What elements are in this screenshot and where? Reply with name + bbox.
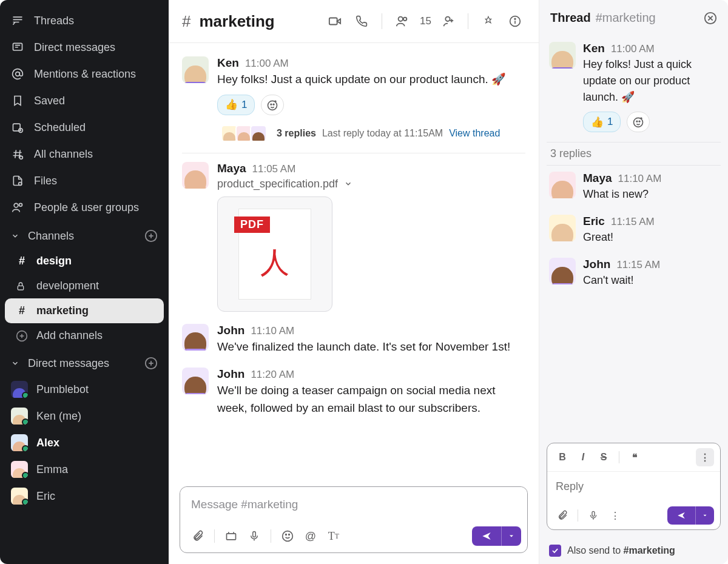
avatar[interactable] — [549, 258, 576, 284]
more-format-icon[interactable]: ⋮ — [696, 448, 714, 466]
emoji-icon[interactable] — [277, 526, 298, 546]
members-icon[interactable] — [392, 11, 413, 32]
add-channels-item[interactable]: Add channels — [5, 323, 164, 348]
svg-point-27 — [514, 18, 516, 19]
format-icon[interactable]: TT — [323, 526, 344, 546]
avatar — [11, 434, 28, 451]
send-button[interactable] — [472, 526, 521, 546]
svg-point-36 — [286, 534, 287, 535]
avatar[interactable] — [182, 162, 209, 189]
channel-label: development — [36, 280, 99, 292]
message-author[interactable]: John — [583, 258, 610, 271]
message-author[interactable]: Ken — [217, 56, 239, 70]
sidebar-nav-files[interactable]: Files — [0, 167, 169, 194]
svg-rect-47 — [592, 511, 595, 516]
dm-item-alex[interactable]: Alex — [0, 429, 169, 456]
hash-icon: # — [182, 12, 190, 31]
svg-point-44 — [639, 121, 641, 122]
sidebar-nav-all-channels[interactable]: All channels — [0, 141, 169, 167]
audio-call-icon[interactable] — [351, 11, 372, 32]
avatar[interactable] — [549, 215, 576, 241]
reaction-chip[interactable]: 👍1 — [583, 112, 621, 132]
attach-icon[interactable] — [553, 506, 571, 525]
avatar[interactable] — [182, 324, 209, 351]
also-send-row[interactable]: Also send to #marketing — [539, 537, 728, 564]
reaction-chip[interactable]: 👍1 — [217, 95, 255, 115]
avatar — [11, 408, 28, 425]
message-author[interactable]: Eric — [583, 215, 605, 228]
dm-item-emma[interactable]: Emma — [0, 456, 169, 483]
message-author[interactable]: Ken — [583, 42, 605, 55]
thread-title: Thread — [550, 11, 591, 25]
bold-icon[interactable]: B — [553, 448, 571, 466]
actions-icon[interactable] — [221, 526, 241, 546]
nav-icon — [11, 201, 24, 214]
svg-point-4 — [19, 156, 22, 159]
italic-icon[interactable]: I — [574, 448, 592, 466]
message-time: 11:10 AM — [251, 325, 294, 337]
message-time: 11:15 AM — [611, 216, 655, 228]
video-call-icon[interactable] — [325, 11, 345, 32]
mention-icon[interactable]: @ — [300, 526, 321, 546]
message-author[interactable]: Maya — [583, 172, 612, 185]
quote-icon[interactable]: ❝ — [625, 448, 644, 466]
thread-reply-input[interactable] — [547, 472, 720, 502]
message-list[interactable]: Ken11:00 AMHey folks! Just a quick updat… — [169, 43, 539, 480]
sidebar-nav-saved[interactable]: Saved — [0, 87, 169, 114]
thread-summary[interactable]: 3 repliesLast reply today at 11:15AMView… — [182, 119, 525, 153]
sidebar-nav-direct-messages[interactable]: Direct messages — [0, 34, 169, 61]
nav-icon — [11, 14, 24, 27]
message-author[interactable]: John — [217, 324, 244, 337]
mic-icon[interactable] — [244, 526, 265, 546]
send-options-icon[interactable] — [695, 506, 714, 525]
view-thread-link[interactable]: View thread — [449, 128, 500, 139]
message-author[interactable]: Maya — [217, 162, 246, 175]
svg-point-6 — [14, 203, 18, 207]
info-icon[interactable] — [505, 11, 525, 32]
message: John11:20 AMWe'll be doing a teaser camp… — [182, 359, 525, 420]
strike-icon[interactable]: S — [595, 448, 613, 466]
thread-channel: #marketing — [596, 11, 656, 25]
add-channel-icon[interactable] — [144, 229, 158, 243]
also-send-checkbox[interactable] — [549, 545, 561, 557]
message-text: What is new? — [583, 186, 718, 203]
message-author[interactable]: John — [217, 368, 244, 381]
avatar[interactable] — [549, 42, 576, 69]
channels-heading[interactable]: Channels — [0, 221, 169, 249]
sidebar-nav-mentions-reactions[interactable]: Mentions & reactions — [0, 61, 169, 87]
more-icon[interactable]: ⋮ — [606, 506, 624, 525]
thread-send-button[interactable] — [667, 506, 714, 525]
avatar[interactable] — [182, 368, 209, 394]
nav-icon — [11, 174, 24, 187]
channel-item-development[interactable]: development — [5, 274, 164, 298]
avatar[interactable] — [182, 56, 209, 83]
attach-icon[interactable] — [187, 526, 208, 546]
svg-point-37 — [289, 534, 290, 535]
mic-icon[interactable] — [584, 506, 602, 525]
add-reaction-icon[interactable] — [627, 112, 650, 132]
dm-item-pumblebot[interactable]: Pumblebot — [0, 376, 169, 403]
svg-rect-34 — [253, 532, 256, 537]
dm-label: Eric — [36, 490, 55, 503]
close-icon[interactable] — [704, 12, 717, 25]
add-reaction-icon[interactable] — [261, 95, 284, 115]
dms-heading[interactable]: Direct messages — [0, 348, 169, 376]
sidebar-nav-people-user-groups[interactable]: People & user groups — [0, 194, 169, 221]
file-attachment[interactable]: PDF人 — [217, 196, 332, 312]
channel-name[interactable]: marketing — [199, 12, 274, 31]
add-member-icon[interactable] — [437, 11, 458, 32]
channel-item-marketing[interactable]: #marketing — [5, 298, 164, 323]
dm-item-eric[interactable]: Eric — [0, 483, 169, 509]
add-dm-icon[interactable] — [144, 357, 158, 370]
dm-item-ken-me-[interactable]: Ken (me) — [0, 403, 169, 429]
sidebar-nav-threads[interactable]: Threads — [0, 7, 169, 34]
pin-icon[interactable] — [478, 11, 499, 32]
file-name-row[interactable]: product_specification.pdf — [217, 178, 525, 190]
send-options-icon[interactable] — [501, 526, 521, 546]
sidebar-nav-scheduled[interactable]: Scheduled — [0, 114, 169, 141]
channel-item-design[interactable]: #design — [5, 249, 164, 274]
hash-icon: # — [16, 255, 28, 267]
message-time: 11:10 AM — [618, 173, 662, 185]
avatar[interactable] — [549, 172, 576, 198]
message-input[interactable] — [180, 487, 527, 522]
